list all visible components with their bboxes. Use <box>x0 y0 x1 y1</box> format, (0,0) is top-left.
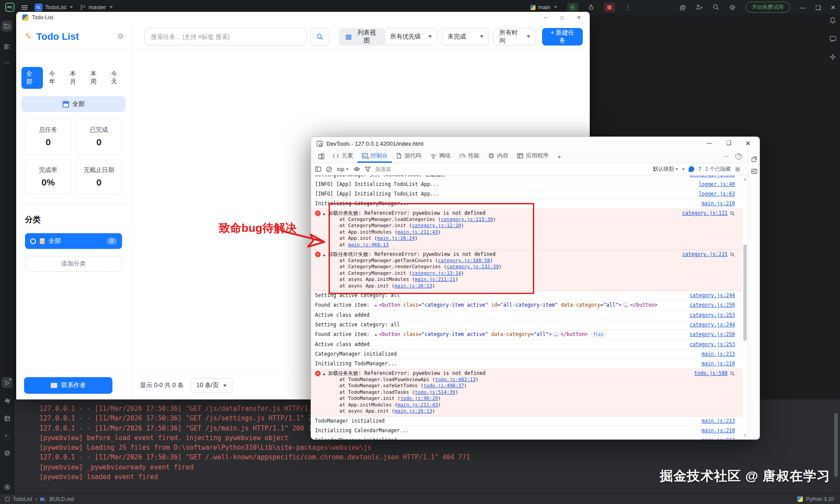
python-version[interactable]: Python 3.10 <box>806 496 834 502</box>
devtools-menu-icon[interactable]: ⋯ <box>723 153 729 160</box>
source-link[interactable]: todo.js:588 <box>694 370 728 377</box>
todo-maximize-icon[interactable]: □ <box>560 14 564 21</box>
source-link[interactable]: main.js:210 <box>702 200 735 207</box>
window-close-icon[interactable]: ✕ <box>830 4 836 11</box>
stack-link[interactable]: main.js:468:13 <box>348 242 389 248</box>
time-tab-3[interactable]: 本周 <box>88 67 105 89</box>
source-link[interactable]: category.js:244 <box>690 322 735 328</box>
devtools-tab-application[interactable]: 应用程序 <box>513 150 553 163</box>
ai-chat-icon[interactable] <box>830 35 836 42</box>
source-link[interactable]: main.js:213 <box>702 351 735 357</box>
time-tab-4[interactable]: 今天 <box>108 67 126 89</box>
stack-link[interactable]: todo.js:483:13 <box>435 377 476 382</box>
devtools-tab-performance[interactable]: 性能 <box>455 150 484 163</box>
hidden-messages-count[interactable]: 1 个已隐藏 <box>705 165 731 173</box>
services-icon[interactable] <box>2 413 13 424</box>
devtools-minimize-icon[interactable]: — <box>707 140 712 147</box>
problems-icon[interactable] <box>2 448 13 458</box>
todo-window-titlebar[interactable]: Todo-List – □ ✕ <box>16 12 590 23</box>
console-sidebar-icon[interactable] <box>315 166 321 172</box>
devtools-tab-elements[interactable]: 元素 <box>328 150 357 163</box>
source-link[interactable]: category.js:250 <box>690 331 735 338</box>
todo-settings-gear-icon[interactable]: ⚙ <box>117 32 124 41</box>
more-tools-icon[interactable]: ⋯ <box>2 57 13 68</box>
window-restore-icon[interactable]: ❑ <box>816 4 821 11</box>
source-link[interactable]: category.js:253 <box>690 341 735 348</box>
project-folder-icon[interactable] <box>2 21 13 32</box>
source-link[interactable]: main.js:210 <box>702 360 735 367</box>
run-config-selector[interactable]: main <box>530 4 557 10</box>
new-task-button[interactable]: + 新建任务 <box>542 28 583 46</box>
stack-link[interactable]: category.js:188:58 <box>438 258 490 263</box>
stack-link[interactable]: main.js:26:13 <box>395 283 432 289</box>
add-category-button[interactable]: 添加分类 <box>25 256 122 272</box>
source-link[interactable]: logger.js:63 <box>699 191 735 197</box>
stack-link[interactable]: category.js:12:20 <box>412 223 461 228</box>
source-link[interactable]: category.js:215 <box>682 251 728 258</box>
source-link[interactable]: category.js:244 <box>690 292 735 299</box>
task-search-input[interactable] <box>144 28 307 46</box>
add-user-icon[interactable] <box>696 4 703 10</box>
live-expression-eye-icon[interactable] <box>354 167 360 172</box>
todo-minimize-icon[interactable]: – <box>544 14 547 21</box>
page-size-select[interactable]: 10 条/页 <box>191 378 232 393</box>
rerun-button[interactable] <box>567 3 578 12</box>
stack-link[interactable]: category.js:13:14 <box>412 270 461 276</box>
all-range-button[interactable]: 全部 <box>21 96 126 112</box>
reveal-icon[interactable] <box>730 371 735 376</box>
time-tab-0[interactable]: 全部 <box>21 67 43 89</box>
flex-badge[interactable]: flex <box>591 332 606 337</box>
filter-select-1[interactable]: 未完成 <box>442 28 489 46</box>
branch-selector[interactable]: master <box>80 4 113 10</box>
console-scrollbar[interactable]: ▲ ▼ <box>742 175 748 439</box>
source-link[interactable]: main.js:210 <box>702 427 735 434</box>
window-minimize-icon[interactable]: — <box>800 4 806 11</box>
stack-link[interactable]: main.js:211:21 <box>415 276 455 282</box>
list-view-button[interactable]: ▦ 列表视图 <box>339 28 385 46</box>
issues-icon[interactable] <box>689 166 694 172</box>
main-menu-icon[interactable] <box>21 5 28 10</box>
more-tabs-button[interactable]: + <box>553 150 566 163</box>
statusbar-file[interactable]: BUILD.md <box>49 496 74 502</box>
source-link[interactable]: main.js:213 <box>702 437 735 440</box>
help-icon[interactable]: ? <box>735 153 742 160</box>
device-toolbar-icon[interactable] <box>315 150 328 163</box>
source-link[interactable]: main.js:213 <box>702 418 735 424</box>
stop-button[interactable] <box>604 3 615 12</box>
stack-link[interactable]: main.js:26:13 <box>395 408 432 414</box>
filter-select-2[interactable]: 所有时间 <box>494 28 536 46</box>
run-tool-icon[interactable] <box>2 377 13 388</box>
devtools-tab-console[interactable]: 控制台 <box>357 150 392 163</box>
expand-caret-icon[interactable]: ▶ <box>323 371 326 378</box>
source-link[interactable]: category.js:121 <box>682 210 728 217</box>
notifications-bell-icon[interactable] <box>829 17 836 24</box>
source-link[interactable]: category.js:250 <box>690 302 735 308</box>
scroll-up-icon[interactable]: ▲ <box>743 177 747 181</box>
stack-link[interactable]: main.js:26:24 <box>377 235 415 241</box>
statusbar-project[interactable]: TodoList <box>13 496 32 502</box>
console-filter-input[interactable] <box>375 166 432 172</box>
issues-count[interactable]: 7 <box>698 166 701 172</box>
filter-select-0[interactable]: 所有优先级 <box>385 28 438 46</box>
search-icon[interactable] <box>713 4 719 10</box>
reveal-icon[interactable] <box>730 252 735 257</box>
sparkle-icon[interactable] <box>830 54 836 60</box>
devtools-tab-memory[interactable]: 内存 <box>484 150 513 163</box>
more-actions-icon[interactable]: ⋮ <box>625 4 631 10</box>
dock-side-icon[interactable] <box>751 168 757 174</box>
log-level-select[interactable]: 默认级别 <box>653 165 678 173</box>
undock-icon[interactable] <box>751 156 757 162</box>
source-link[interactable]: settings.js:503 <box>690 175 735 178</box>
devtools-maximize-icon[interactable]: ❑ <box>726 140 732 147</box>
structure-icon[interactable] <box>2 41 13 52</box>
clear-console-icon[interactable] <box>326 166 332 172</box>
expand-caret-icon[interactable]: ▶ <box>375 333 378 337</box>
category-item-all[interactable]: 全部 0 <box>25 233 122 249</box>
chevron-down-icon[interactable] <box>682 168 685 170</box>
reveal-icon[interactable] <box>730 211 735 216</box>
stack-link[interactable]: main.js:211:43 <box>397 229 438 235</box>
expand-caret-icon[interactable]: ▶ <box>323 252 326 259</box>
stack-link[interactable]: category.js:132:39 <box>447 264 499 270</box>
ai-assistant-icon[interactable]: @ <box>679 4 686 10</box>
settings-gear-icon[interactable] <box>729 4 736 11</box>
